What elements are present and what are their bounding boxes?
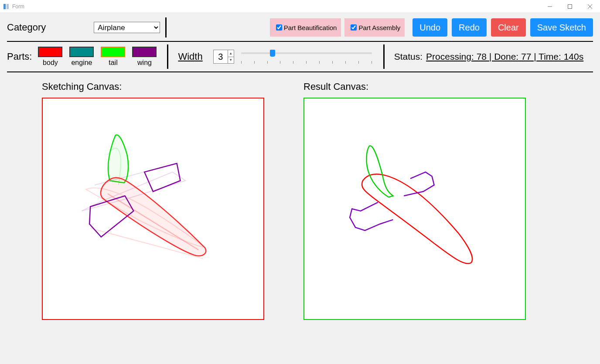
width-value: 3 xyxy=(214,50,228,63)
spinner-down-icon[interactable]: ▼ xyxy=(228,57,234,64)
result-canvas-label: Result Canvas: xyxy=(303,81,526,92)
part-swatch-engine[interactable]: engine xyxy=(69,47,94,67)
undo-button[interactable]: Undo xyxy=(412,18,447,37)
swatch-body[interactable] xyxy=(38,47,62,57)
svg-rect-3 xyxy=(568,4,572,8)
redo-button[interactable]: Redo xyxy=(452,18,487,37)
part-beautification-toggle[interactable]: Part Beautification xyxy=(270,18,341,37)
width-label: Width xyxy=(178,51,202,62)
clear-button[interactable]: Clear xyxy=(491,18,526,37)
divider xyxy=(383,44,385,69)
window-title: Form xyxy=(12,3,540,10)
status-label: Status: xyxy=(394,51,423,62)
part-label: engine xyxy=(71,59,92,67)
sketching-canvas-label: Sketching Canvas: xyxy=(42,81,264,92)
parts-label: Parts: xyxy=(7,51,32,62)
part-swatch-body[interactable]: body xyxy=(38,47,62,67)
title-bar: Form xyxy=(0,0,600,13)
part-beautification-checkbox[interactable] xyxy=(276,24,282,31)
minimize-button[interactable] xyxy=(540,0,560,13)
sketch-drawing xyxy=(43,99,263,319)
status-text: Processing: 78 | Done: 77 | Time: 140s xyxy=(426,51,583,62)
swatch-tail[interactable] xyxy=(101,47,125,57)
save-sketch-button[interactable]: Save Sketch xyxy=(530,18,593,37)
part-label: tail xyxy=(109,59,117,67)
close-button[interactable] xyxy=(580,0,600,13)
part-swatch-wing[interactable]: wing xyxy=(132,47,157,67)
slider-thumb[interactable] xyxy=(270,50,275,57)
app-icon xyxy=(3,3,10,10)
divider xyxy=(165,17,167,37)
width-spinner[interactable]: 3 ▲ ▼ xyxy=(213,50,234,64)
part-assembly-checkbox[interactable] xyxy=(351,24,357,31)
part-beautification-label: Part Beautification xyxy=(284,24,337,31)
result-canvas xyxy=(303,98,526,320)
toolbar-row-2: Parts: bodyenginetailwing Width 3 ▲ ▼ St… xyxy=(7,42,593,72)
category-select[interactable]: Airplane xyxy=(94,22,160,33)
swatch-engine[interactable] xyxy=(69,47,94,57)
part-assembly-toggle[interactable]: Part Assembly xyxy=(344,18,405,37)
svg-rect-0 xyxy=(3,4,6,9)
toolbar-row-1: Category Airplane Part Beautification Pa… xyxy=(7,17,593,42)
svg-rect-1 xyxy=(7,4,9,9)
result-drawing xyxy=(304,99,525,319)
part-label: wing xyxy=(137,59,152,67)
category-label: Category xyxy=(7,22,46,33)
part-assembly-label: Part Assembly xyxy=(358,24,400,31)
swatch-wing[interactable] xyxy=(132,47,157,57)
divider xyxy=(167,44,168,69)
spinner-up-icon[interactable]: ▲ xyxy=(228,50,234,57)
part-label: body xyxy=(43,59,58,67)
part-swatch-tail[interactable]: tail xyxy=(101,47,125,67)
canvas-row: Sketching Canvas: xyxy=(7,72,593,320)
sketching-canvas[interactable] xyxy=(42,98,264,320)
maximize-button[interactable] xyxy=(560,0,580,13)
width-slider[interactable] xyxy=(241,48,372,65)
